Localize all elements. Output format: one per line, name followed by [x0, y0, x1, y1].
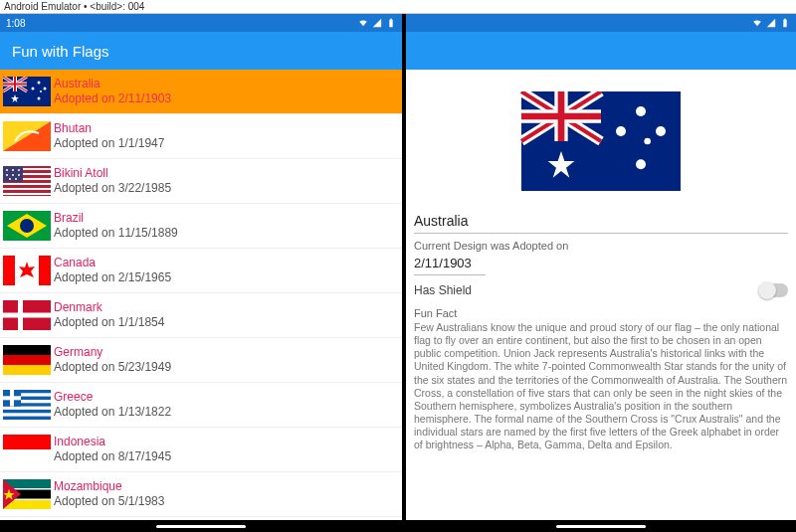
country-list[interactable]: AustraliaAdopted on 2/11/1903BhutanAdopt…: [0, 70, 402, 520]
detail-pane: Australia Current Design was Adopted on …: [406, 14, 796, 532]
adopted-on: Adopted on 8/17/1945: [54, 449, 398, 464]
wifi-icon: [358, 18, 368, 28]
adopted-on: Adopted on 5/1/1983: [54, 494, 398, 509]
wifi-icon: [752, 18, 762, 28]
battery-icon: [386, 18, 396, 28]
list-item[interactable]: IndonesiaAdopted on 8/17/1945: [0, 428, 402, 472]
battery-icon: [780, 18, 790, 28]
detail-flag-image: [516, 91, 686, 191]
adopted-on: Adopted on 1/1/1854: [54, 315, 398, 330]
status-time: 1:08: [6, 18, 25, 29]
funfact-text: Few Australians know the unique and prou…: [414, 321, 788, 451]
flag-icon: [2, 389, 52, 421]
list-item[interactable]: DenmarkAdopted on 1/1/1854: [0, 293, 402, 338]
adopted-date-field[interactable]: 2/11/1903: [414, 252, 486, 275]
country-name: Brazil: [54, 211, 398, 226]
signal-icon: [766, 18, 776, 28]
list-item[interactable]: CanadaAdopted on 2/15/1965: [0, 249, 402, 293]
app-bar-right: [406, 32, 796, 70]
list-item[interactable]: BrazilAdopted on 11/15/1889: [0, 204, 402, 249]
status-icons: [752, 18, 790, 28]
list-item[interactable]: BhutanAdopted on 1/1/1947: [0, 114, 402, 159]
app-bar: Fun with Flags: [0, 32, 402, 70]
app-title: Fun with Flags: [12, 43, 109, 60]
has-shield-label: Has Shield: [414, 283, 472, 297]
country-name: Australia: [54, 77, 398, 91]
country-name: Denmark: [54, 300, 398, 315]
adopted-on: Adopted on 3/22/1985: [54, 181, 398, 196]
adopted-on: Adopted on 1/13/1822: [54, 405, 398, 420]
country-name: Germany: [54, 345, 398, 360]
flag-icon: [2, 255, 52, 286]
flag-icon: [2, 478, 52, 510]
status-icons: [358, 18, 396, 28]
adopted-on: Adopted on 1/1/1947: [54, 136, 398, 151]
country-name: Mozambique: [54, 479, 398, 494]
master-pane: 1:08 Fun with Flags AustraliaAdopted on …: [0, 14, 402, 532]
emulator-window-title: Android Emulator • <build>: 004: [0, 0, 796, 14]
nav-bar-right: [406, 520, 796, 532]
list-item[interactable]: AustraliaAdopted on 2/11/1903: [0, 70, 402, 114]
flag-icon: [2, 344, 52, 376]
adopted-on: Adopted on 5/23/1949: [54, 360, 398, 375]
flag-icon: [2, 299, 52, 331]
country-name: Canada: [54, 256, 398, 270]
list-item[interactable]: MozambiqueAdopted on 5/1/1983: [0, 472, 402, 517]
adopted-on: Adopted on 11/15/1889: [54, 226, 398, 241]
flag-icon: [2, 76, 52, 107]
list-item[interactable]: GreeceAdopted on 1/13/1822: [0, 383, 402, 428]
adopted-label: Current Design was Adopted on: [414, 240, 788, 252]
signal-icon: [372, 18, 382, 28]
flag-icon: [2, 165, 52, 197]
country-name: Bikini Atoll: [54, 166, 398, 181]
country-name: Bhutan: [54, 121, 398, 136]
list-item[interactable]: GermanyAdopted on 5/23/1949: [0, 338, 402, 383]
has-shield-toggle[interactable]: [758, 283, 788, 297]
flag-icon: [2, 434, 52, 465]
country-name: Indonesia: [54, 435, 398, 449]
status-bar: 1:08: [0, 14, 402, 32]
adopted-on: Adopted on 2/15/1965: [54, 270, 398, 285]
status-bar-right: [406, 14, 796, 32]
nav-bar-left: [0, 520, 402, 532]
flag-icon: [2, 120, 52, 152]
adopted-on: Adopted on 2/11/1903: [54, 91, 398, 106]
country-name-field[interactable]: Australia: [414, 209, 788, 234]
country-name: Greece: [54, 390, 398, 405]
flag-icon: [2, 210, 52, 242]
list-item[interactable]: Bikini AtollAdopted on 3/22/1985: [0, 159, 402, 204]
funfact-label: Fun Fact: [414, 307, 788, 319]
